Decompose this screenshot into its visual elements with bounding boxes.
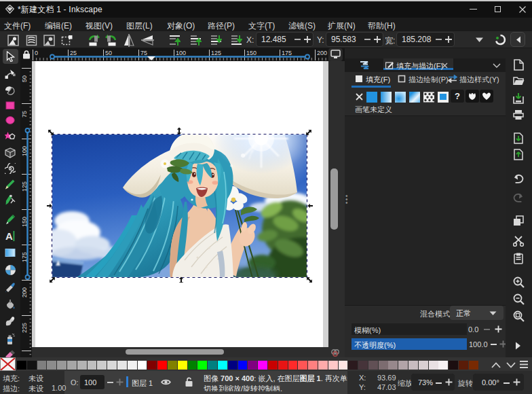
svg-text:100: 100 (176, 50, 186, 56)
svg-text:75: 75 (140, 50, 147, 56)
svg-text:75: 75 (21, 111, 28, 118)
svg-text:200: 200 (21, 287, 28, 298)
svg-text:125: 125 (211, 50, 221, 56)
svg-text:50: 50 (21, 75, 28, 82)
svg-text:175: 175 (282, 50, 292, 56)
svg-text:0: 0 (35, 50, 38, 56)
svg-text:225: 225 (21, 323, 28, 333)
svg-text:200: 200 (317, 50, 327, 56)
svg-text:50: 50 (105, 50, 112, 56)
svg-text:25: 25 (70, 50, 77, 56)
svg-text:150: 150 (246, 50, 256, 56)
svg-text:A: A (5, 230, 13, 242)
